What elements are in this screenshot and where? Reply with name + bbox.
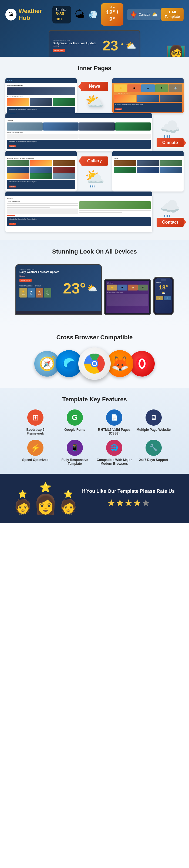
- temp-widget: Mon 12° / 2°: [101, 3, 124, 26]
- news-left-preview: Top Weather Update Around The Weather Ne…: [5, 78, 77, 113]
- person-right: ⭐ 🧑 ★★★★: [60, 490, 77, 515]
- features-section: Template Key Features ⊞ Bootstrap 5 Fram…: [0, 388, 189, 474]
- tablet-device: Weather ☀️ 🌧 ⛅ 🌤 Weekly Weather Forecast: [104, 279, 151, 315]
- feature-responsive: 📱 Fully Responsive Template: [57, 440, 92, 466]
- news-row: Top Weather Update Around The Weather Ne…: [5, 78, 184, 113]
- climate-badge: Climate: [157, 138, 184, 147]
- rating-people: ⭐ 🧑 ★★★★ ⭐ 👩 ⭐ 🧑 ★★★★: [14, 482, 77, 515]
- feature-bootstrap-label: Bootstrap 5 Framework: [18, 428, 53, 435]
- news-badge: News: [81, 82, 108, 91]
- wind-icon: 💨: [88, 10, 98, 19]
- features-grid: ⊞ Bootstrap 5 Framework G Google Fonts 📄…: [5, 409, 184, 466]
- country-widget: 🍁 Canada ⛅: [127, 9, 161, 20]
- gallery-left-preview: Weather Photos Around The World Subscrib…: [5, 151, 77, 191]
- laptop-mockup: Weather Forecast Daily Weather Forecast …: [49, 30, 140, 57]
- forecast-sublabel: Weather Forecast: [53, 39, 97, 41]
- devices-scene: Weather Forecast Daily Weather Forecast …: [5, 261, 184, 318]
- feature-speed: ⚡ Speed Optimized: [18, 440, 53, 466]
- logo-area: 🌤 Weather Hub: [5, 7, 52, 22]
- cloudy-icon: ⛅: [152, 11, 158, 18]
- inner-pages-section: Inner Pages Top Weather Update Around Th…: [0, 57, 189, 240]
- responsive-icon: 📱: [67, 440, 83, 456]
- contact-preview: Contact Leave Us A Message: [5, 191, 152, 232]
- feature-support-label: 24x7 Days Support: [139, 458, 168, 462]
- forecast-title: Daily Weather Forecast Update: [53, 41, 97, 45]
- rain-cloud-gallery: ⛅: [84, 167, 105, 186]
- temp-display: 23° ⛅: [103, 37, 136, 54]
- features-title: Template Key Features: [5, 396, 184, 403]
- cloud-icon-left: ☁️: [160, 117, 180, 136]
- header-section: 🌤 Weather Hub Sunrise 6:30 am 🌤 💨 Mon 12…: [0, 0, 189, 57]
- inner-pages-title: Inner Pages: [5, 65, 184, 72]
- canada-flag: 🍁: [130, 11, 137, 18]
- svg-point-5: [93, 362, 96, 365]
- climate-preview: Climate Around The Weather News Subscrib…: [5, 113, 152, 151]
- climate-row: ☁️ Climate Climate Around The Weat: [5, 113, 184, 151]
- support-icon: 🔧: [145, 440, 162, 456]
- logo-icon: 🌤: [5, 9, 17, 21]
- gallery-badge: Gallery: [81, 156, 108, 166]
- feature-responsive-label: Fully Responsive Template: [57, 458, 92, 466]
- person-left: ⭐ 🧑 ★★★★: [14, 490, 31, 515]
- feature-html5: 📄 5 HTML5 Valid Pages (CSS3): [97, 409, 132, 435]
- news-right-preview: ☀️ 🌤 🌧 🌩 ❄️ Around The Weather News Subs…: [112, 78, 184, 113]
- logo-text: Weather Hub: [19, 7, 52, 22]
- phone-device: Weather 18° ⛅ ☀ 🌧: [153, 277, 173, 315]
- chrome-icon: [84, 353, 105, 374]
- news-sublabel: News: [53, 45, 97, 48]
- feature-support: 🔧 24x7 Days Support: [136, 440, 171, 466]
- more-btn[interactable]: More Info: [53, 49, 65, 52]
- feature-fonts: G Google Fonts: [57, 409, 92, 435]
- edge-icon: [61, 355, 77, 372]
- fonts-icon: G: [67, 409, 83, 426]
- header-top: 🌤 Weather Hub Sunrise 6:30 am 🌤 💨 Mon 12…: [0, 0, 189, 28]
- feature-bootstrap: ⊞ Bootstrap 5 Framework: [18, 409, 53, 435]
- rating-text-area: If You Like Our Template Please Rate Us …: [82, 488, 175, 508]
- feature-speed-label: Speed Optimized: [22, 458, 48, 462]
- rating-section: ⭐ 🧑 ★★★★ ⭐ 👩 ⭐ 🧑 ★★★★ If You Like Our Te…: [0, 474, 189, 523]
- bootstrap-icon: ⊞: [27, 409, 44, 426]
- multipage-icon: 🖥: [145, 409, 162, 426]
- gallery-row: Weather Photos Around The World Subscrib…: [5, 151, 184, 191]
- feature-html5-label: 5 HTML5 Valid Pages (CSS3): [97, 428, 132, 435]
- gallery-right-preview: Gallery: [112, 151, 184, 191]
- feature-compat: 🌐 Compatible With Major Modern Browsers: [97, 440, 132, 466]
- speed-icon: ⚡: [27, 440, 44, 456]
- browser-icons-row: 🧭: [5, 347, 184, 380]
- sun-icon: 🌤: [74, 8, 85, 21]
- html-badge: HTML Template: [161, 8, 184, 21]
- feature-multipage: 🖥 Multiple Page Website: [136, 409, 171, 435]
- feature-multipage-label: Multiple Page Website: [137, 428, 171, 432]
- contact-badge: Contact: [157, 218, 184, 227]
- rate-cta: If You Like Our Template Please Rate Us: [82, 488, 175, 494]
- html5-icon: 📄: [106, 409, 122, 426]
- character-illustration: 👩‍🏫: [166, 44, 186, 57]
- contact-row: ☁️ Contact Contact Leave Us A Message: [5, 191, 184, 232]
- person-center: ⭐ 👩: [34, 482, 57, 515]
- browser-section: Cross Browser Compatible 🧭: [0, 326, 189, 388]
- stars-display: ★★★★★: [82, 497, 175, 509]
- laptop-device: Weather Forecast Daily Weather Forecast …: [16, 264, 102, 315]
- browser-title: Cross Browser Compatible: [5, 334, 184, 341]
- weather-cloud-rain: ⛅: [85, 93, 104, 110]
- devices-title: Stunning Look On All Devices: [5, 248, 184, 255]
- sunrise-widget: Sunrise 6:30 am: [52, 6, 71, 24]
- devices-section: Stunning Look On All Devices Weather For…: [0, 240, 189, 326]
- feature-fonts-label: Google Fonts: [64, 428, 85, 432]
- compat-icon: 🌐: [106, 440, 122, 456]
- feature-compat-label: Compatible With Major Modern Browsers: [97, 458, 132, 466]
- cloud-icon-contact: ☁️: [160, 197, 180, 216]
